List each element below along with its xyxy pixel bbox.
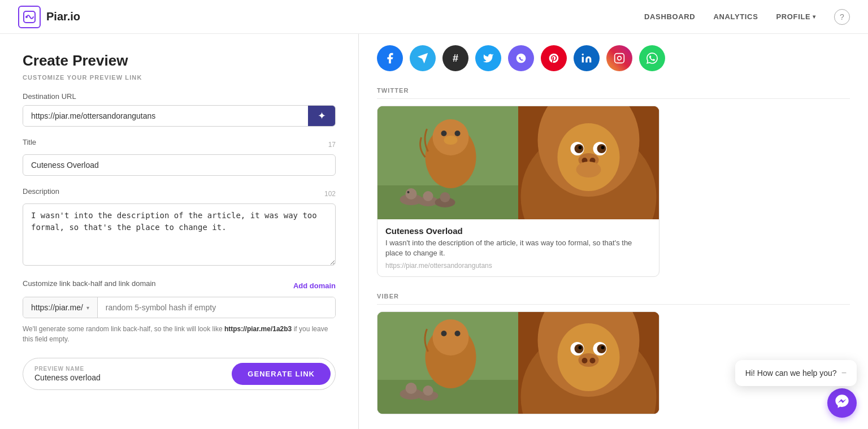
- svg-rect-3: [615, 54, 624, 63]
- title-char-count: 17: [328, 141, 336, 149]
- svg-point-1: [25, 16, 28, 18]
- page-title: Create Preview: [23, 52, 336, 70]
- nav-profile[interactable]: PROFILE ▾: [776, 12, 816, 21]
- destination-url-input-wrap: ✦: [23, 105, 336, 127]
- title-section: Title 17: [23, 138, 336, 176]
- chat-widget: Hi! How can we help you? −: [827, 388, 857, 418]
- svg-point-36: [433, 319, 469, 356]
- twitter-image-right: [518, 106, 659, 219]
- preview-name-label: PREVIEW NAME: [34, 366, 223, 372]
- telegram-icon-button[interactable]: [410, 45, 436, 71]
- twitter-card: Cuteness Overload I wasn't into the desc…: [377, 106, 659, 277]
- destination-url-label: Destination URL: [23, 92, 336, 101]
- chat-close-button[interactable]: −: [841, 368, 847, 378]
- svg-point-16: [423, 191, 433, 201]
- hashtag-icon-button[interactable]: #: [442, 45, 468, 71]
- destination-url-input[interactable]: [23, 106, 308, 126]
- title-label: Title: [23, 138, 36, 146]
- svg-point-10: [455, 131, 461, 136]
- svg-point-28: [601, 146, 605, 149]
- help-button[interactable]: ?: [834, 9, 850, 25]
- logo-icon: [18, 6, 41, 28]
- chat-open-button[interactable]: [827, 388, 857, 418]
- domain-chevron-icon: ▾: [86, 305, 89, 311]
- viber-preview-section: VIBER: [377, 293, 850, 414]
- whatsapp-icon-button[interactable]: [639, 45, 665, 71]
- svg-point-13: [406, 188, 417, 200]
- twitter-image-left: [377, 106, 518, 219]
- svg-point-32: [576, 162, 601, 177]
- domain-hash-input[interactable]: [98, 297, 335, 318]
- nav: DASHBOARD ANALYTICS PROFILE ▾ ?: [644, 9, 850, 25]
- viber-image-right: [518, 312, 659, 414]
- svg-point-52: [601, 346, 605, 349]
- customize-link-section: Customize link back-half and link domain…: [23, 279, 336, 344]
- svg-point-27: [579, 146, 582, 149]
- instagram-icon-button[interactable]: [606, 45, 632, 71]
- svg-point-9: [441, 131, 447, 136]
- svg-point-42: [423, 385, 433, 396]
- svg-point-40: [406, 383, 417, 394]
- linkedin-icon-button[interactable]: [574, 45, 600, 71]
- svg-point-53: [579, 353, 599, 367]
- twitter-card-description: I wasn't into the description of the art…: [385, 238, 651, 258]
- viber-image-left: [377, 312, 518, 414]
- hint-link: https://piar.me/1a2b3: [224, 325, 292, 333]
- nav-dashboard[interactable]: DASHBOARD: [644, 12, 695, 21]
- domain-select-dropdown[interactable]: https://piar.me/ ▾: [23, 297, 98, 318]
- description-label: Description: [23, 187, 59, 196]
- svg-point-37: [441, 331, 447, 336]
- twitter-card-body: Cuteness Overload I wasn't into the desc…: [377, 219, 659, 276]
- title-input[interactable]: [23, 154, 336, 176]
- description-textarea[interactable]: I wasn't into the description of the art…: [23, 203, 336, 266]
- pinterest-icon-button[interactable]: [541, 45, 567, 71]
- twitter-card-title: Cuteness Overload: [385, 226, 651, 236]
- twitter-preview-section: TWITTER: [377, 87, 850, 277]
- logo-area: Piar.io: [18, 6, 80, 28]
- add-domain-button[interactable]: Add domain: [293, 281, 336, 290]
- nav-analytics[interactable]: ANALYTICS: [713, 12, 758, 21]
- svg-point-51: [579, 346, 582, 349]
- svg-point-54: [582, 358, 588, 363]
- description-section: Description 102 I wasn't into the descri…: [23, 187, 336, 268]
- svg-point-11: [444, 136, 458, 145]
- svg-point-55: [590, 358, 596, 363]
- viber-card-images: [377, 312, 659, 414]
- profile-chevron-icon: ▾: [813, 14, 816, 20]
- viber-section-label: VIBER: [377, 293, 850, 305]
- description-char-count: 102: [324, 190, 336, 198]
- chat-messenger-icon: [834, 393, 850, 413]
- svg-point-38: [455, 331, 461, 336]
- chat-message-text: Hi! How can we help you?: [745, 369, 837, 378]
- section-subtitle: CUSTOMIZE YOUR PREVIEW LINK: [23, 74, 336, 81]
- svg-point-18: [440, 192, 450, 202]
- preview-name-wrap: PREVIEW NAME Cuteness overload: [34, 366, 223, 382]
- viber-icon-button[interactable]: [508, 45, 534, 71]
- customize-link-label: Customize link back-half and link domain: [23, 279, 156, 288]
- viber-card: [377, 311, 659, 414]
- social-icons-row: #: [377, 45, 850, 71]
- twitter-card-url: https://piar.me/ottersandorangutans: [385, 262, 651, 270]
- chat-bubble: Hi! How can we help you? −: [735, 360, 857, 386]
- domain-input-wrap: https://piar.me/ ▾: [23, 297, 336, 318]
- hint-text: We'll generate some random link back-hal…: [23, 324, 336, 344]
- logo-text: Piar.io: [46, 10, 80, 23]
- destination-url-section: Destination URL ✦: [23, 92, 336, 127]
- svg-point-14: [407, 191, 410, 193]
- bottom-bar: PREVIEW NAME Cuteness overload GENERATE …: [23, 358, 336, 390]
- domain-prefix-text: https://piar.me/: [31, 303, 83, 312]
- left-panel: Create Preview CUSTOMIZE YOUR PREVIEW LI…: [0, 34, 359, 429]
- generate-link-button[interactable]: GENERATE LINK: [232, 363, 331, 385]
- svg-point-2: [582, 54, 584, 55]
- magic-wand-button[interactable]: ✦: [308, 106, 335, 126]
- magic-wand-icon: ✦: [318, 110, 326, 122]
- header: Piar.io DASHBOARD ANALYTICS PROFILE ▾ ?: [0, 0, 868, 34]
- preview-name-value[interactable]: Cuteness overload: [34, 373, 223, 382]
- facebook-icon-button[interactable]: [377, 45, 403, 71]
- twitter-icon-button[interactable]: [475, 45, 501, 71]
- twitter-card-images: [377, 106, 659, 219]
- twitter-section-label: TWITTER: [377, 87, 850, 99]
